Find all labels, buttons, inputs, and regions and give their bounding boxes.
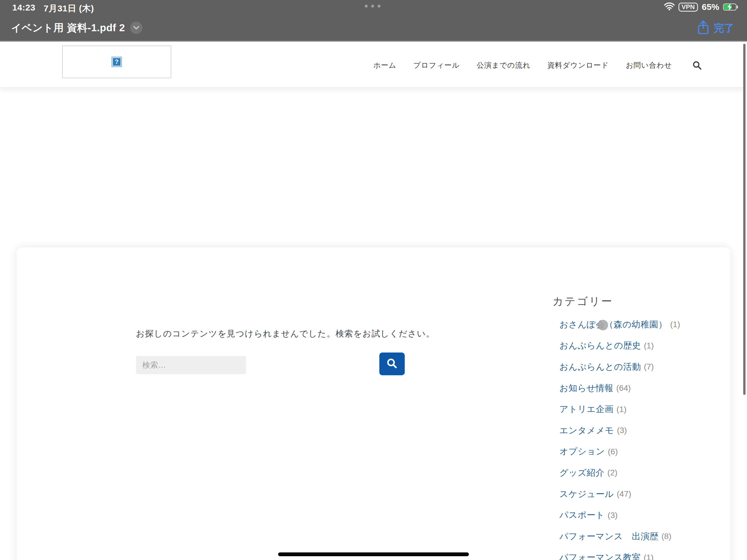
nav-item-flow[interactable]: 公演までの流れ (476, 60, 530, 70)
category-item: オプション (6) (559, 441, 735, 462)
category-count: (1) (644, 553, 654, 560)
done-button[interactable]: 完了 (714, 21, 734, 35)
broken-image-icon: ? (111, 57, 122, 67)
site-logo-broken-image[interactable]: ? (62, 46, 171, 78)
status-time: 14:23 (12, 3, 35, 15)
category-item: パフォーマンス 出演歴 (8) (559, 526, 735, 547)
home-indicator[interactable] (278, 553, 469, 556)
category-item: パフォーマンス教室 (1) (559, 547, 735, 560)
category-link[interactable]: パスポート (559, 509, 604, 521)
category-link[interactable]: お知らせ情報 (559, 382, 613, 394)
category-count: (47) (617, 489, 632, 499)
category-link[interactable]: おんぷらんとの歴史 (559, 340, 641, 352)
category-item: アトリエ企画 (1) (559, 399, 735, 420)
site-header: ? ホーム プロフィール 公演までの流れ 資料ダウンロード お問い合わせ (0, 43, 747, 88)
nav-item-download[interactable]: 資料ダウンロード (547, 60, 609, 70)
category-item: おんぷらんとの歴史 (1) (559, 335, 735, 357)
search-button-icon (386, 358, 398, 370)
category-link[interactable]: グッズ紹介 (559, 467, 604, 479)
vpn-badge: VPN (678, 3, 698, 12)
category-count: (1) (670, 320, 680, 329)
category-link[interactable]: オプション (559, 446, 605, 458)
category-count: (7) (644, 362, 654, 372)
category-item: お知らせ情報 (64) (559, 378, 735, 399)
category-list: おさんぽ会（森の幼稚園） (1) おんぷらんとの歴史 (1) おんぷらんとの活動… (559, 314, 735, 560)
nav-item-profile[interactable]: プロフィール (413, 60, 460, 70)
category-item: パスポート (3) (559, 505, 735, 526)
category-count: (3) (608, 511, 617, 520)
category-count: (64) (616, 383, 631, 393)
main-nav: ホーム プロフィール 公演までの流れ 資料ダウンロード お問い合わせ (373, 43, 702, 88)
category-count: (1) (617, 405, 626, 414)
category-item: エンタメメモ (3) (559, 420, 735, 441)
status-right: VPN 65% (664, 2, 739, 12)
nav-item-home[interactable]: ホーム (373, 60, 396, 70)
document-title-menu[interactable]: イベント用 資料-1.pdf 2 (11, 14, 143, 42)
battery-charging-icon (723, 3, 739, 10)
sidebar-heading: カテゴリー (552, 294, 613, 309)
chevron-down-icon[interactable] (130, 22, 143, 34)
pdf-toolbar: 14:23 7月31日 (木) VPN 65% (0, 0, 747, 42)
category-item: スケジュール (47) (559, 484, 735, 505)
touch-indicator (598, 320, 608, 330)
search-input[interactable] (136, 356, 246, 374)
category-count: (6) (608, 447, 618, 456)
broken-image-glyph: ? (112, 57, 121, 66)
screen: 14:23 7月31日 (木) VPN 65% (0, 0, 747, 560)
category-link[interactable]: エンタメメモ (559, 425, 614, 437)
category-count: (2) (608, 468, 617, 477)
title-row: イベント用 資料-1.pdf 2 完了 (0, 14, 747, 42)
search-icon[interactable] (692, 61, 702, 70)
scrollbar[interactable] (743, 44, 746, 395)
share-icon[interactable] (697, 20, 710, 36)
battery-percent: 65% (702, 2, 719, 12)
wifi-icon (664, 2, 675, 12)
search-submit-button[interactable] (379, 353, 405, 375)
status-date: 7月31日 (木) (44, 3, 94, 15)
category-link[interactable]: パフォーマンス 出演歴 (559, 531, 659, 542)
category-count: (8) (662, 532, 671, 541)
status-left: 14:23 7月31日 (木) (12, 3, 94, 15)
nav-item-contact[interactable]: お問い合わせ (626, 60, 672, 70)
not-found-message: お探しのコンテンツを見つけられませんでした。検索をお試しください。 (136, 328, 435, 340)
document-filename: イベント用 資料-1.pdf 2 (11, 21, 125, 35)
category-link[interactable]: おんぷらんとの活動 (559, 361, 641, 373)
category-link[interactable]: おさんぽ会（森の幼稚園） (559, 319, 667, 331)
category-item: グッズ紹介 (2) (559, 462, 735, 484)
multitasking-dots-icon[interactable] (365, 5, 381, 7)
category-count: (3) (617, 426, 627, 435)
category-link[interactable]: パフォーマンス教室 (559, 552, 641, 560)
category-link[interactable]: アトリエ企画 (559, 403, 614, 415)
category-link[interactable]: スケジュール (559, 488, 614, 500)
category-item: おんぷらんとの活動 (7) (559, 356, 735, 378)
category-item: おさんぽ会（森の幼稚園） (1) (559, 314, 735, 335)
category-count: (1) (644, 341, 654, 351)
